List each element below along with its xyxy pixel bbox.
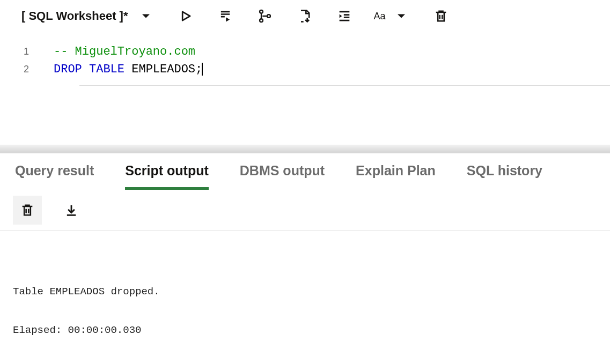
code-line[interactable]: 1-- MiguelTroyano.com [0,43,610,61]
trash-icon [433,9,449,24]
chevron-down-icon [394,9,409,24]
tab-sql-history[interactable]: SQL history [467,163,542,190]
output-line: Elapsed: 00:00:00.030 [13,324,141,336]
download-file-button[interactable] [292,4,318,28]
line-number: 1 [0,43,54,61]
code-line[interactable]: 2DROP TABLE EMPLEADOS; [0,61,610,78]
code-content[interactable]: -- MiguelTroyano.com [54,43,610,61]
indent-icon [337,9,352,24]
worksheet-menu-dropdown[interactable] [133,4,159,28]
tab-query-result[interactable]: Query result [15,163,94,190]
play-icon [178,9,193,24]
file-download-icon [297,9,312,24]
svg-point-1 [260,19,263,22]
download-output-button[interactable] [57,196,86,225]
download-icon [64,203,79,218]
font-size-label: Aa [373,11,385,22]
clear-button[interactable] [428,4,454,28]
run-script-icon [218,9,233,24]
explain-plan-icon [258,9,273,24]
script-output-content: Table EMPLEADOS dropped. Elapsed: 00:00:… [0,231,610,340]
worksheet-title: [ SQL Worksheet ]* [21,9,128,23]
main-toolbar: [ SQL Worksheet ]* [0,0,610,32]
output-line: Table EMPLEADOS dropped. [13,286,160,298]
splitter-handle[interactable] [0,145,610,153]
run-button[interactable] [173,4,199,28]
line-number: 2 [0,61,54,78]
output-toolbar [0,190,610,231]
tab-script-output[interactable]: Script output [125,163,209,190]
clear-output-button[interactable] [13,196,42,225]
run-script-button[interactable] [212,4,238,28]
code-content[interactable]: DROP TABLE EMPLEADOS; [54,61,610,78]
indent-button[interactable] [332,4,357,28]
tab-dbms-output[interactable]: DBMS output [240,163,325,190]
output-tabs: Query resultScript outputDBMS outputExpl… [0,153,610,190]
svg-point-0 [260,10,263,13]
trash-icon [20,203,35,218]
svg-point-2 [268,14,271,18]
tab-explain-plan[interactable]: Explain Plan [356,163,436,190]
font-size-dropdown[interactable] [388,4,414,28]
text-cursor [202,63,203,76]
chevron-down-icon [138,9,153,24]
explain-plan-button[interactable] [252,4,278,28]
sql-editor[interactable]: 1-- MiguelTroyano.com2DROP TABLE EMPLEAD… [0,32,610,145]
